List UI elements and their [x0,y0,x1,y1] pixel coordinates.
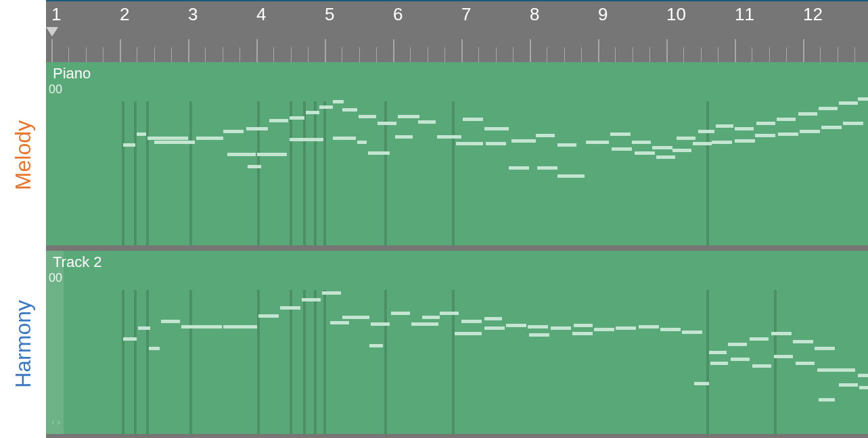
midi-note[interactable] [511,139,536,143]
bar-number[interactable]: 3 [188,4,198,25]
midi-note[interactable] [752,364,771,368]
midi-note[interactable] [594,328,614,331]
midi-note[interactable] [257,153,287,156]
midi-note[interactable] [154,141,195,144]
midi-note[interactable] [302,298,321,301]
midi-note[interactable] [391,312,410,315]
midi-note[interactable] [672,149,691,152]
midi-note[interactable] [557,143,576,147]
midi-note[interactable] [418,120,436,124]
midi-note[interactable] [398,115,419,118]
midi-note[interactable] [333,100,344,103]
midi-note[interactable] [269,119,288,122]
midi-note[interactable] [290,116,304,120]
midi-note[interactable] [395,135,413,139]
midi-note[interactable] [632,141,651,144]
midi-note[interactable] [557,174,585,178]
midi-note[interactable] [506,324,526,327]
midi-note[interactable] [223,130,244,133]
midi-note[interactable] [319,105,333,109]
midi-note[interactable] [330,321,349,324]
midi-note[interactable] [138,326,150,330]
midi-note[interactable] [710,362,728,365]
midi-note[interactable] [359,115,376,118]
midi-note[interactable] [137,132,146,136]
midi-note[interactable] [422,316,440,319]
midi-note[interactable] [656,155,675,159]
midi-note[interactable] [246,127,268,130]
midi-note[interactable] [536,134,555,137]
midi-note[interactable] [774,355,793,358]
bar-number[interactable]: 5 [325,4,334,25]
midi-note[interactable] [149,347,160,350]
midi-note[interactable] [411,322,438,326]
midi-note[interactable] [800,130,820,133]
midi-note[interactable] [778,132,798,136]
midi-note[interactable] [694,382,709,385]
midi-note[interactable] [306,111,319,114]
midi-note[interactable] [463,118,483,121]
midi-note[interactable] [455,332,482,335]
midi-note[interactable] [839,383,858,387]
midi-note[interactable] [574,324,593,327]
bar-number[interactable]: 8 [530,4,539,25]
midi-note[interactable] [322,291,341,295]
midi-note[interactable] [509,166,529,170]
midi-note[interactable] [735,139,755,143]
midi-note[interactable] [369,344,383,347]
bar-ruler[interactable]: 123456789101112 [46,1,868,30]
bar-number[interactable]: 6 [393,4,403,25]
midi-note[interactable] [677,137,695,140]
midi-note[interactable] [735,127,754,130]
midi-note[interactable] [123,337,137,341]
beat-ruler[interactable] [46,30,868,62]
midi-note[interactable] [123,143,135,147]
midi-note[interactable] [777,118,796,121]
midi-note[interactable] [716,124,733,128]
midi-note[interactable] [639,325,659,328]
midi-note[interactable] [836,368,855,372]
midi-note[interactable] [586,141,609,144]
midi-note[interactable] [248,165,261,168]
midi-note[interactable] [793,340,813,343]
midi-note[interactable] [437,135,461,139]
midi-note[interactable] [682,331,702,334]
midi-note[interactable] [635,151,655,155]
arrange-editor[interactable]: 123456789101112 Piano00Track 200‹ › [46,0,868,438]
bar-number[interactable]: 2 [120,4,129,25]
midi-note[interactable] [161,320,180,323]
midi-note[interactable] [181,325,222,328]
midi-note[interactable] [537,166,557,170]
midi-note[interactable] [371,322,390,326]
melody-region[interactable]: Piano00 [46,62,868,245]
midi-note[interactable] [796,362,815,365]
midi-note[interactable] [342,316,369,319]
midi-note[interactable] [728,343,747,346]
midi-note[interactable] [798,112,817,116]
midi-note[interactable] [333,137,356,140]
bar-number[interactable]: 4 [256,4,266,25]
tracks-area[interactable]: Piano00Track 200‹ › [46,62,868,438]
midi-note[interactable] [693,142,712,145]
midi-note[interactable] [357,141,367,144]
midi-note[interactable] [652,146,672,149]
midi-note[interactable] [223,325,257,328]
midi-note[interactable] [196,137,223,140]
midi-note[interactable] [815,347,835,350]
midi-note[interactable] [660,328,681,331]
bar-number[interactable]: 10 [666,4,686,25]
midi-note[interactable] [821,126,842,129]
midi-note[interactable] [484,326,505,330]
playhead-marker[interactable] [46,27,58,36]
midi-note[interactable] [709,351,727,354]
harmony-region[interactable]: Track 200‹ › [46,251,868,434]
midi-note[interactable] [290,138,323,141]
midi-note[interactable] [756,122,775,125]
midi-note[interactable] [529,333,549,337]
midi-note[interactable] [819,107,838,110]
midi-note[interactable] [461,320,482,323]
midi-note[interactable] [839,101,858,105]
bar-number[interactable]: 1 [51,4,61,25]
bar-number[interactable]: 7 [461,4,471,25]
midi-note[interactable] [280,306,300,310]
